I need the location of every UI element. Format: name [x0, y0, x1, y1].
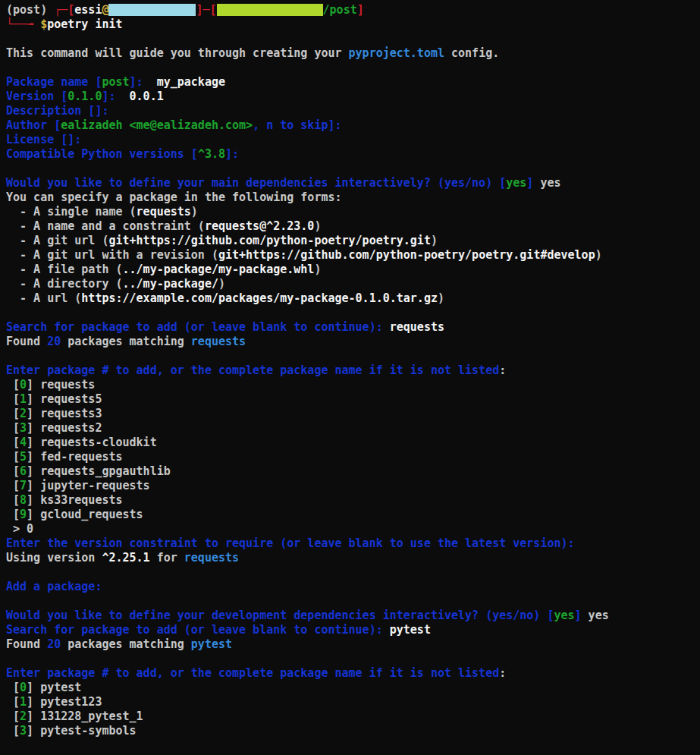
terminal-text: ] requests5 — [27, 392, 102, 406]
terminal-text: You can specify a package in the followi… — [6, 190, 342, 204]
terminal-line — [6, 565, 700, 580]
terminal-text: $ — [40, 17, 47, 31]
terminal-text: https://example.com/packages/my-package-… — [81, 291, 438, 305]
terminal-text: Search for package to add (or leave blan… — [6, 320, 383, 334]
terminal-text: 0.0.1 — [116, 90, 164, 103]
terminal-text: ] requests — [27, 378, 95, 392]
terminal-text: - A git url with a revision ( — [6, 248, 218, 262]
terminal-text: pytest — [383, 623, 431, 637]
terminal-text: [ — [6, 421, 20, 435]
terminal-line: (post) ┌─[essi@]─[/post] — [6, 3, 700, 17]
terminal-text: [ — [6, 378, 20, 392]
terminal-text: 20 — [47, 637, 61, 651]
terminal-text: [ — [6, 493, 20, 507]
redacted-hostname — [108, 4, 196, 16]
terminal-text: [ — [6, 392, 20, 406]
terminal-text: ) — [314, 263, 321, 276]
terminal-text: ┌─[ — [54, 3, 74, 17]
terminal-line: [2] 131228_pytest_1 — [6, 709, 700, 724]
terminal-line: [3] pytest-symbols — [6, 724, 700, 738]
terminal-text: Compatible Python versions [ — [6, 147, 198, 161]
terminal-text: - A file path ( — [6, 263, 123, 276]
terminal-line: > 0 — [6, 522, 700, 536]
terminal-line: [3] requests2 — [6, 421, 700, 436]
terminal-text: 0 — [20, 681, 27, 694]
terminal-line: Would you like to define your main depen… — [6, 176, 700, 190]
redacted-path — [217, 4, 323, 16]
terminal-line: [8] ks33requests — [6, 493, 700, 508]
terminal-line: [1] requests5 — [6, 392, 700, 407]
terminal-line — [6, 306, 700, 320]
terminal-text: ] — [575, 609, 582, 622]
terminal-text: packages matching — [61, 637, 191, 651]
terminal-text: requests — [383, 320, 444, 334]
terminal-text: ) — [191, 205, 198, 219]
terminal-text: ]: — [102, 90, 115, 103]
terminal-text: for — [150, 551, 184, 565]
terminal-line: [4] requests-cloudkit — [6, 436, 700, 450]
terminal-text: ] requests_gpgauthlib — [27, 464, 171, 478]
terminal-text: ^2.25.1 — [102, 551, 149, 565]
terminal-text: 1 — [20, 392, 27, 406]
terminal-text: Found — [6, 335, 47, 348]
terminal-text: ]: — [130, 75, 143, 89]
terminal-text: 3 — [20, 724, 27, 738]
terminal-text: 9 — [20, 508, 27, 521]
terminal-line: - A directory (../my-package/) — [6, 277, 700, 291]
terminal-line: Description []: — [6, 104, 700, 118]
terminal-text: yes — [506, 176, 526, 190]
terminal-text: ] requests-cloudkit — [27, 436, 157, 449]
terminal-text: ] — [357, 3, 364, 17]
terminal-text: ) — [438, 291, 444, 305]
terminal-text: 2 — [20, 407, 27, 420]
terminal-text: ] gcloud_requests — [27, 508, 143, 521]
terminal-line: [6] requests_gpgauthlib — [6, 464, 700, 479]
terminal-text: [ — [6, 407, 20, 420]
terminal-text: 6 — [20, 464, 27, 478]
terminal-text: ]─[ — [196, 3, 216, 17]
terminal-text: ] requests3 — [27, 407, 102, 420]
terminal-text: Found — [6, 637, 47, 651]
terminal-line: Enter the version constraint to require … — [6, 536, 700, 551]
terminal-text: , n to skip]: — [253, 118, 341, 132]
terminal-text: [ — [6, 724, 20, 738]
terminal-line: [7] jupyter-requests — [6, 479, 700, 493]
terminal-text: Enter package # to add, or the complete … — [6, 363, 499, 377]
terminal-output[interactable]: (post) ┌─[essi@]─[/post]└──╼ $poetry ini… — [0, 0, 700, 755]
terminal-line: - A git url (git+https://github.com/pyth… — [6, 234, 700, 248]
terminal-text: ] fed-requests — [27, 450, 122, 464]
terminal-text: 20 — [47, 335, 61, 348]
terminal-text: 5 — [20, 450, 27, 464]
terminal-line: [0] requests — [6, 378, 700, 392]
terminal-line: Enter package # to add, or the complete … — [6, 363, 700, 378]
terminal-text: git+https://github.com/python-poetry/poe… — [218, 248, 595, 262]
terminal-line — [6, 738, 700, 753]
terminal-line: Would you like to define your developmen… — [6, 609, 700, 623]
terminal-text: : — [499, 666, 506, 680]
terminal-text: - A directory ( — [6, 277, 123, 291]
terminal-text: Enter the version constraint to require … — [6, 536, 575, 550]
terminal-line: [9] gcloud_requests — [6, 508, 700, 522]
terminal-line: - A url (https://example.com/packages/my… — [6, 291, 700, 306]
terminal-text: 0.1.0 — [67, 90, 102, 103]
terminal-line — [6, 594, 700, 609]
terminal-text: ] 131228_pytest_1 — [27, 709, 143, 723]
terminal-text: Enter package # to add, or the complete … — [6, 666, 499, 680]
terminal-text: - A single name ( — [6, 205, 137, 219]
terminal-text: [ — [6, 479, 20, 492]
terminal-line: [2] requests3 — [6, 407, 700, 421]
terminal-text: essi — [74, 3, 102, 17]
terminal-text: Using version — [6, 551, 102, 565]
terminal-text: Author [ — [6, 118, 61, 132]
terminal-text: pyproject.toml — [349, 46, 444, 60]
terminal-line: [5] fed-requests — [6, 450, 700, 464]
terminal-text: yes — [554, 609, 574, 622]
terminal-line: This command will guide you through crea… — [6, 46, 700, 61]
terminal-text: 2 — [20, 709, 27, 723]
terminal-text: @ — [102, 3, 108, 17]
terminal-text: Search for package to add (or leave blan… — [6, 623, 383, 637]
terminal-text: ]: — [225, 147, 239, 161]
terminal-text: : — [499, 363, 506, 377]
terminal-text: 1 — [20, 695, 27, 709]
terminal-text: > 0 — [6, 522, 33, 536]
